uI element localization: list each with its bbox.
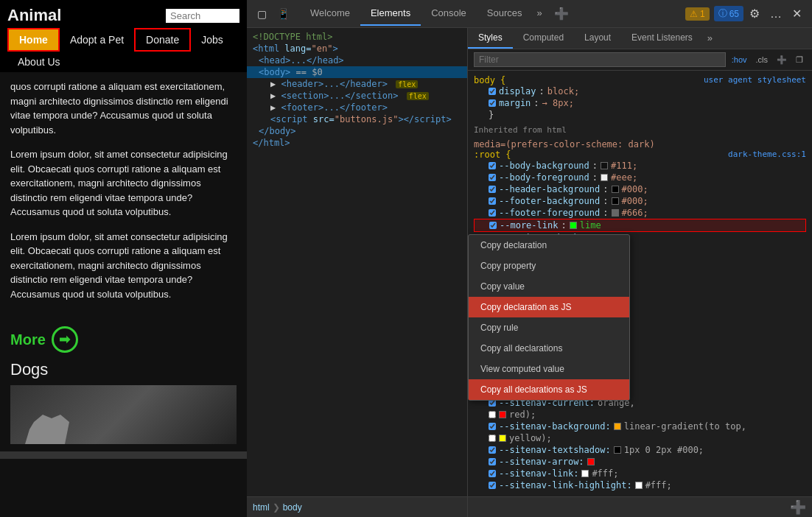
more-tabs-button[interactable]: » [533, 1, 547, 26]
breadcrumb-html[interactable]: html [253, 502, 270, 513]
cb-sitenav-bg[interactable] [489, 423, 496, 430]
search-input[interactable] [166, 9, 239, 23]
context-copy-value[interactable]: Copy value [469, 276, 629, 297]
nav-donate-button[interactable]: Donate [134, 28, 191, 52]
more-styles-tabs-button[interactable]: » [703, 28, 717, 49]
prop-sitenav-current2[interactable]: red); [474, 409, 806, 421]
dogs-title: Dogs [10, 360, 237, 379]
prop-header-bg[interactable]: --header-background: #000; [474, 183, 806, 195]
styles-tabs: Styles Computed Layout Event Listeners » [468, 28, 812, 49]
display-checkbox[interactable] [489, 88, 496, 95]
prop-sitenav-bg2[interactable]: yellow); [474, 432, 806, 444]
nav-about-button[interactable]: About Us [7, 52, 239, 72]
devtools-topbar: ▢ 📱 Welcome Elements Console Sources » ➕… [247, 0, 812, 28]
context-view-computed[interactable]: View computed value [469, 359, 629, 379]
cb-sitenav-link[interactable] [489, 470, 496, 477]
prop-sitenav-link[interactable]: --sitenav-link: #fff; [474, 468, 806, 479]
tab-computed[interactable]: Computed [513, 28, 574, 49]
context-copy-all-declarations-js[interactable]: Copy all declarations as JS [469, 379, 629, 400]
context-copy-declaration-js[interactable]: Copy declaration as JS [469, 297, 629, 317]
info-badge: ⓘ 65 [714, 6, 743, 21]
swatch-sitenav-link-highlight [635, 482, 643, 489]
dogs-image [10, 385, 237, 444]
cb-footer-bg[interactable] [489, 197, 496, 205]
prop-more-link[interactable]: --more-link: lime [474, 219, 806, 232]
prop-body-background[interactable]: --body-background: #111; [474, 160, 806, 172]
inspect-icon[interactable]: ▢ [253, 5, 271, 23]
site-header: Animal Home Adopt a Pet Donate Jobs Abou… [0, 0, 247, 72]
cb-sitenav-textshadow[interactable] [489, 446, 496, 454]
tab-console[interactable]: Console [421, 1, 477, 26]
styles-body-rule: user agent stylesheet body { display : b… [468, 74, 812, 122]
dom-section[interactable]: ▶ <section>...</section> flex [247, 90, 467, 102]
cb-footer-fg[interactable] [489, 209, 496, 217]
cb-body-bg[interactable] [489, 162, 496, 169]
tab-elements[interactable]: Elements [360, 1, 421, 26]
close-devtools-button[interactable]: ✕ [788, 4, 806, 24]
filter-copy-button[interactable]: ❐ [793, 54, 806, 66]
cb-sitenav-bg2[interactable] [489, 435, 496, 442]
devtools-main: <!DOCTYPE html> <html lang="en"> <head>.… [247, 28, 812, 517]
cb-more-link[interactable] [489, 222, 497, 229]
tab-layout[interactable]: Layout [574, 28, 621, 49]
filter-cls-button[interactable]: .cls [753, 54, 771, 66]
nav-adopt-button[interactable]: Adopt a Pet [60, 29, 134, 50]
body-display-prop[interactable]: display : block; [474, 85, 806, 97]
prop-sitenav-bg[interactable]: --sitenav-background: linear-gradient(to… [474, 421, 806, 432]
cb-body-fg[interactable] [489, 174, 496, 181]
breadcrumb-body[interactable]: body [283, 502, 302, 513]
context-copy-all-declarations[interactable]: Copy all declarations [469, 338, 629, 359]
dom-head[interactable]: <head>...</head> [247, 54, 467, 66]
margin-checkbox[interactable] [489, 99, 496, 107]
prop-sitenav-arrow[interactable]: --sitenav-arrow: [474, 456, 806, 468]
tab-event-listeners[interactable]: Event Listeners [621, 28, 703, 49]
body-selector-line: user agent stylesheet body { [474, 75, 806, 85]
expand-icon: ▶ [270, 79, 281, 89]
prop-sitenav-link-highlight[interactable]: --sitenav-link-highlight: #fff; [474, 479, 806, 491]
add-tab-button[interactable]: ➕ [548, 4, 575, 24]
styles-filter-bar: :hov .cls ➕ ❐ [468, 49, 812, 71]
tab-sources[interactable]: Sources [477, 1, 533, 26]
settings-icon[interactable]: ⚙ [745, 4, 764, 24]
cb-header-bg[interactable] [489, 186, 496, 193]
dom-body[interactable]: <body> == $0 [247, 66, 467, 78]
context-menu: Copy declaration Copy property Copy valu… [468, 234, 630, 401]
context-copy-rule[interactable]: Copy rule [469, 317, 629, 338]
more-arrow-icon: ➡ [52, 326, 78, 353]
filter-input[interactable] [474, 52, 726, 67]
cb-sitenav-link-highlight[interactable] [489, 482, 496, 489]
prop-sitenav-textshadow[interactable]: --sitenav-textshadow: 1px 0 2px #000; [474, 444, 806, 456]
root-source: dark-theme.css:1 [728, 150, 806, 159]
cb-sitenav-arrow[interactable] [489, 458, 496, 465]
filter-hov-button[interactable]: :hov [729, 54, 750, 66]
devtools-bottom-bar: ➕ [468, 496, 812, 517]
tab-welcome[interactable]: Welcome [300, 1, 360, 26]
swatch-body-fg [601, 174, 608, 181]
body-margin-prop[interactable]: margin : → 8px; [474, 97, 806, 109]
dom-html[interactable]: <html lang="en"> [247, 43, 467, 54]
prop-footer-fg[interactable]: --footer-foreground: #666; [474, 207, 806, 219]
horizontal-scrollbar[interactable] [0, 451, 247, 459]
more-link[interactable]: More ➡ [0, 319, 247, 360]
filter-add-button[interactable]: ➕ [774, 54, 790, 66]
dom-footer[interactable]: ▶ <footer>...</footer> [247, 102, 467, 113]
dom-script[interactable]: <script src="buttons.js"></script> [247, 113, 467, 125]
breadcrumb-bar: html ❯ body [247, 496, 467, 517]
paragraph-2: Lorem ipsum dolor, sit amet consectetur … [10, 147, 237, 219]
context-copy-declaration[interactable]: Copy declaration [469, 235, 629, 256]
tab-styles[interactable]: Styles [468, 28, 513, 49]
nav-jobs-button[interactable]: Jobs [191, 29, 234, 50]
prop-footer-bg[interactable]: --footer-background: #000; [474, 195, 806, 207]
doctype-text: <!DOCTYPE html> [253, 32, 332, 42]
customize-icon[interactable]: … [766, 4, 786, 24]
device-icon[interactable]: 📱 [273, 5, 294, 23]
cb-sitenav-current2[interactable] [489, 411, 496, 418]
root-selector: :root { [474, 150, 511, 160]
prop-body-foreground[interactable]: --body-foreground: #eee; [474, 172, 806, 183]
add-rule-button[interactable]: ➕ [790, 499, 806, 516]
styles-panel: Styles Computed Layout Event Listeners »… [468, 28, 812, 517]
dom-header[interactable]: ▶ <header>...</header> flex [247, 78, 467, 90]
body-selector: body { [474, 75, 505, 85]
context-copy-property[interactable]: Copy property [469, 256, 629, 276]
nav-home-button[interactable]: Home [7, 28, 60, 52]
